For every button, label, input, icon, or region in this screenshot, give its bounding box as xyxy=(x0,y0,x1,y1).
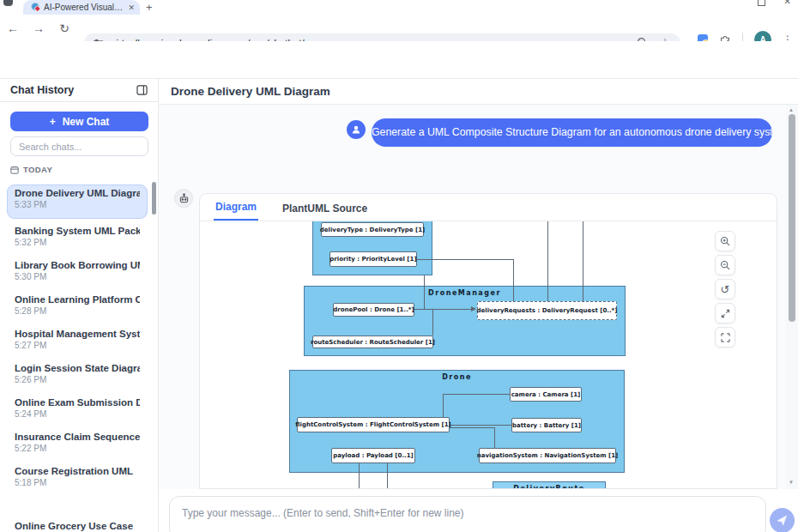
chat-item[interactable]: Online Grocery Use Case xyxy=(7,517,148,532)
reset-icon: ↺ xyxy=(721,284,730,295)
uml-part-drone-pool: dronePool : Drone [1..*] xyxy=(333,303,414,317)
chat-item[interactable]: Online Exam Submission Dia...5:24 PM xyxy=(7,394,148,428)
reset-view-button[interactable]: ↺ xyxy=(715,279,735,299)
fit-to-screen-button[interactable] xyxy=(715,303,735,323)
uml-delivery-route-box: DeliveryRoute xyxy=(493,481,606,488)
app-header: Chatbot Powered by Visual Paradigm ☾ Mor… xyxy=(0,41,798,79)
chat-item-title: Online Grocery Use Case xyxy=(15,521,140,531)
chat-item-time: 5:26 PM xyxy=(15,375,140,384)
search-chats-input[interactable] xyxy=(10,136,148,156)
user-message-bubble: Generate a UML Composite Structure Diagr… xyxy=(372,118,772,147)
window-close-icon[interactable]: ✕ xyxy=(784,0,791,6)
chat-area: Generate a UML Composite Structure Diagr… xyxy=(159,105,798,489)
connector-line xyxy=(450,425,511,426)
connector-line xyxy=(450,427,494,428)
chat-item-time: 5:30 PM xyxy=(15,272,140,281)
connector-line xyxy=(583,221,583,301)
tab-close-icon[interactable]: ✕ xyxy=(128,3,135,12)
chat-item-title: Course Registration UML xyxy=(15,466,140,476)
chat-item[interactable]: Library Book Borrowing UML5:30 PM xyxy=(7,257,148,291)
chat-item-time: 5:33 PM xyxy=(15,200,140,209)
uml-part-priority: priority : PriorityLevel [1] xyxy=(329,251,417,267)
tab-title: AI-Powered Visual Modeling Ch xyxy=(44,3,124,12)
connector-line xyxy=(417,259,513,260)
plus-icon: + xyxy=(50,116,56,128)
sidebar-scrollbar[interactable] xyxy=(152,182,156,215)
chat-item-title: Login Session State Diagram xyxy=(15,363,140,373)
chat-item-time: 5:27 PM xyxy=(15,341,140,350)
chat-item-time: 5:32 PM xyxy=(15,238,140,247)
chat-item-title: Online Exam Submission Dia... xyxy=(15,397,140,408)
message-input-bar xyxy=(159,489,798,532)
conversation-title: Drone Delivery UML Diagram xyxy=(171,85,330,98)
new-chat-button[interactable]: +New Chat xyxy=(10,112,148,131)
diagram-card: Diagram PlantUML Source deliveryType : D… xyxy=(199,193,777,489)
fullscreen-button[interactable] xyxy=(715,327,735,348)
collapse-sidebar-icon[interactable] xyxy=(136,85,148,95)
zoom-out-button[interactable] xyxy=(715,255,735,275)
chat-item[interactable]: Banking System UML Packag...5:32 PM xyxy=(7,222,148,257)
scroll-up-icon[interactable]: ▲ xyxy=(789,107,794,112)
browser-window: AI-Powered Visual Modeling Ch ✕ + ✕ ← → … xyxy=(0,0,798,532)
diagram-viewport[interactable]: deliveryType : DeliveryType [1] priority… xyxy=(200,221,777,488)
message-input[interactable] xyxy=(169,496,766,532)
favicon-icon xyxy=(31,3,40,12)
connector-line xyxy=(547,221,548,301)
main-panel: Drone Delivery UML Diagram Generate a UM… xyxy=(159,79,798,532)
scrollbar-thumb[interactable] xyxy=(789,114,795,322)
chat-item-time: 5:24 PM xyxy=(15,409,140,419)
tab-strip: AI-Powered Visual Modeling Ch ✕ + ✕ xyxy=(0,0,798,15)
reload-icon[interactable]: ↻ xyxy=(51,21,77,35)
chat-item[interactable]: Online Learning Platform Co...5:28 PM xyxy=(7,291,148,325)
chat-history-list: Drone Delivery UML Diagram5:33 PM Bankin… xyxy=(0,178,159,532)
connector-line xyxy=(432,309,433,336)
tab-search-icon[interactable] xyxy=(3,0,13,6)
connector-line xyxy=(513,259,514,301)
tab-diagram[interactable]: Diagram xyxy=(214,195,258,221)
chat-item-title: Hospital Management Syste... xyxy=(15,329,140,339)
uml-part-flight-control: flightControlSystem : FlightControlSyste… xyxy=(297,417,450,432)
chat-item[interactable]: Drone Delivery UML Diagram5:33 PM xyxy=(7,184,148,219)
send-button[interactable] xyxy=(770,508,795,532)
uml-delivery-route-title: DeliveryRoute xyxy=(493,482,605,488)
bot-avatar xyxy=(174,189,193,208)
user-message-avatar xyxy=(347,120,366,139)
section-today: TODAY xyxy=(10,165,52,174)
chat-item[interactable]: Hospital Management Syste...5:27 PM xyxy=(7,325,148,360)
connector-line xyxy=(359,463,360,488)
uml-part-payload: payload : Payload [0..1] xyxy=(331,448,415,463)
chat-item[interactable]: Course Registration UML5:18 PM xyxy=(7,462,148,497)
connector-line xyxy=(387,463,388,488)
browser-toolbar: ← → ↻ ai-toolbox.visual-paradigm.com/app… xyxy=(0,15,798,41)
chat-item-title: Drone Delivery UML Diagram xyxy=(15,188,140,198)
connector-arrow xyxy=(471,306,476,311)
connector-line xyxy=(494,427,495,448)
uml-part-battery: battery : Battery [1] xyxy=(511,418,582,432)
window-maximize-icon[interactable] xyxy=(758,0,765,6)
zoom-in-button[interactable] xyxy=(715,231,735,251)
chat-scrollbar[interactable]: ▲ ▼ xyxy=(786,105,798,489)
connector-line xyxy=(424,275,425,309)
chat-item-title: Banking System UML Packag... xyxy=(15,226,140,236)
forward-icon[interactable]: → xyxy=(26,21,51,35)
new-chat-label: New Chat xyxy=(63,116,110,128)
connector-line xyxy=(443,394,510,395)
browser-tab[interactable]: AI-Powered Visual Modeling Ch ✕ xyxy=(23,0,140,15)
uml-part-camera: camera : Camera [1] xyxy=(510,387,582,402)
scroll-down-icon[interactable]: ▼ xyxy=(789,480,794,485)
chat-item-time: 5:18 PM xyxy=(15,478,140,487)
tab-plantuml-source[interactable]: PlantUML Source xyxy=(281,196,369,221)
uml-drone-manager-title: DroneManager xyxy=(305,287,625,297)
chat-item-time: 5:22 PM xyxy=(15,444,140,453)
uml-part-delivery-requests: deliveryRequests : DeliveryRequest [0..*… xyxy=(477,301,617,320)
new-tab-icon[interactable]: + xyxy=(146,1,153,14)
chat-item[interactable]: Insurance Claim Sequence5:22 PM xyxy=(7,428,148,462)
sidebar: Chat History +New Chat TODAY Drone Deliv… xyxy=(0,79,159,532)
chat-item[interactable]: Login Session State Diagram5:26 PM xyxy=(7,360,148,394)
calendar-icon xyxy=(10,166,19,174)
chat-item-title: Online Learning Platform Co... xyxy=(15,294,140,305)
uml-part-navigation: navigationSystem : NavigationSystem [1] xyxy=(479,448,616,463)
connector-line xyxy=(443,394,444,417)
uml-part-delivery-type: deliveryType : DeliveryType [1] xyxy=(321,222,424,237)
back-icon[interactable]: ← xyxy=(0,21,26,35)
